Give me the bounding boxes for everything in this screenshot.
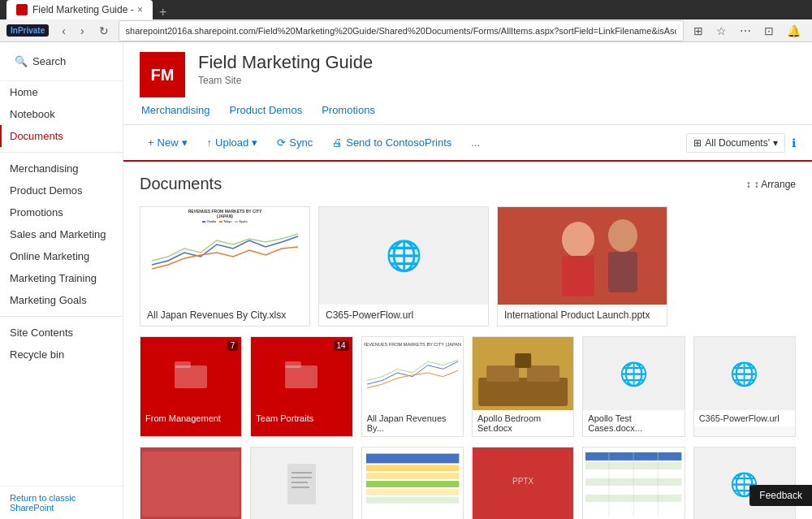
docs-title: Documents bbox=[140, 175, 222, 193]
send-to-button[interactable]: 🖨 Send to ContosoPrints bbox=[324, 132, 460, 154]
address-bar[interactable] bbox=[119, 20, 684, 41]
sidebar-item-label: Home bbox=[10, 86, 38, 98]
all-docs-button[interactable]: ⊞ All Documents' ▾ bbox=[686, 133, 785, 153]
list-item[interactable]: 🌐 Apollo Test Cases.docx... bbox=[582, 336, 685, 437]
info-icon[interactable]: ℹ bbox=[792, 136, 796, 149]
tab-merchandising[interactable]: Merchandising bbox=[140, 97, 212, 124]
search-nav-item[interactable]: 🔍 Search bbox=[6, 49, 116, 74]
card-thumbnail: 🌐 bbox=[583, 337, 684, 410]
subnav: Merchandising Product Demos Promotions bbox=[123, 97, 812, 124]
inprivate-badge: InPrivate bbox=[6, 24, 49, 37]
subnav-container: Merchandising Product Demos Promotions bbox=[123, 97, 812, 125]
sidebar-item-online-marketing[interactable]: Online Marketing bbox=[0, 245, 123, 267]
active-tab[interactable]: Field Marketing Guide - × bbox=[6, 0, 153, 19]
card-thumbnail: 🌐 bbox=[694, 448, 795, 519]
feedback-button[interactable]: Feedback bbox=[749, 485, 812, 506]
sidebar-divider-1 bbox=[0, 152, 123, 153]
list-item[interactable]: International Product Launch.pptx bbox=[497, 206, 667, 327]
new-tab-button[interactable]: + bbox=[153, 5, 173, 19]
sidebar-item-marketing-training[interactable]: Marketing Training bbox=[0, 267, 123, 289]
sidebar-item-marketing-goals[interactable]: Marketing Goals bbox=[0, 289, 123, 311]
grid-icon: ⊞ bbox=[693, 137, 702, 149]
app-container: 🔍 Search Home Notebook Documents Merchan… bbox=[0, 42, 812, 519]
upload-button[interactable]: ↑ Upload ▾ bbox=[199, 132, 266, 154]
refresh-button[interactable]: ↻ bbox=[94, 21, 114, 41]
send-icon: 🖨 bbox=[332, 136, 343, 149]
more-label: ... bbox=[471, 136, 480, 149]
sync-label: Sync bbox=[289, 136, 313, 149]
sidebar-item-home[interactable]: Home bbox=[0, 81, 123, 103]
list-item[interactable]: PPTX CR-327 Product Overvi... bbox=[472, 447, 574, 519]
card-thumbnail: PPTX bbox=[473, 448, 573, 519]
site-logo: FM bbox=[140, 52, 185, 97]
arrange-label: ↕ Arrange bbox=[754, 179, 796, 190]
sidebar-item-site-contents[interactable]: Site Contents bbox=[0, 322, 123, 344]
arrange-icon: ↕ bbox=[746, 179, 751, 190]
list-item[interactable]: 🌐 Framestore-Framesto... bbox=[693, 447, 796, 519]
svg-text:PPTX: PPTX bbox=[512, 477, 533, 486]
sidebar-divider-2 bbox=[0, 316, 123, 317]
reading-view-icon[interactable]: ⊞ bbox=[689, 21, 708, 41]
svg-rect-28 bbox=[366, 489, 459, 495]
tab-close-button[interactable]: × bbox=[137, 4, 143, 15]
sidebar-item-merchandising[interactable]: Merchandising bbox=[0, 158, 123, 179]
svg-rect-21 bbox=[292, 482, 308, 483]
sidebar-item-recycle-bin[interactable]: Recycle bin bbox=[0, 344, 123, 365]
bookmark-icon[interactable]: ☆ bbox=[711, 21, 732, 41]
sidebar-item-label: Merchandising bbox=[10, 162, 79, 175]
card-thumbnail bbox=[473, 337, 573, 410]
new-button[interactable]: + New ▾ bbox=[140, 132, 196, 154]
list-item[interactable]: REVENUES FROM MARKETS BY CITY(JAPAN) Osa… bbox=[140, 206, 310, 327]
notifications-icon[interactable]: 🔔 bbox=[782, 21, 806, 41]
list-item[interactable]: 🌐 C365-PowerFlow.url bbox=[318, 206, 489, 327]
docs-small-row-1: 7 From Management 14 Team bbox=[140, 336, 796, 437]
tab-title: Field Marketing Guide - bbox=[32, 4, 134, 15]
docs-large-row: REVENUES FROM MARKETS BY CITY(JAPAN) Osa… bbox=[140, 206, 796, 327]
globe-icon: 🌐 bbox=[730, 361, 758, 387]
new-dropdown-icon: ▾ bbox=[182, 136, 188, 149]
list-item[interactable]: REVENUES FROM MARKETS BY CITY (JAPAN) Al… bbox=[361, 336, 464, 437]
card-thumbnail bbox=[583, 448, 684, 519]
return-classic-link[interactable]: Return to classic SharePoint bbox=[0, 486, 123, 519]
sync-button[interactable]: ⟳ Sync bbox=[269, 132, 321, 154]
dropdown-icon: ▾ bbox=[773, 137, 778, 149]
forward-button[interactable]: › bbox=[76, 21, 89, 41]
menu-icon[interactable]: ⋯ bbox=[735, 21, 756, 41]
sidebar-item-sales-marketing[interactable]: Sales and Marketing bbox=[0, 223, 123, 245]
new-icon: + bbox=[148, 136, 154, 149]
arrange-button[interactable]: ↕ ↕ Arrange bbox=[746, 179, 796, 190]
card-thumbnail: 14 bbox=[251, 337, 352, 410]
list-item[interactable]: Contoso Product launc... bbox=[140, 447, 242, 519]
sidebar-item-promotions[interactable]: Promotions bbox=[0, 201, 123, 223]
sync-icon: ⟳ bbox=[277, 136, 286, 149]
tab-promotions[interactable]: Promotions bbox=[320, 97, 377, 124]
extensions-icon[interactable]: ⊡ bbox=[759, 21, 779, 41]
card-filename: From Management bbox=[140, 410, 241, 426]
cmd-right: ⊞ All Documents' ▾ ℹ bbox=[686, 133, 796, 153]
docs-small-row-2: Contoso Product launc... bbox=[140, 447, 796, 519]
list-item[interactable]: Contract Proposals.docx... bbox=[361, 447, 464, 519]
list-item[interactable]: 7 From Management bbox=[140, 336, 242, 437]
new-label: New bbox=[158, 136, 179, 149]
back-button[interactable]: ‹ bbox=[57, 21, 71, 41]
card-filename: All Japan Revenues By... bbox=[362, 410, 463, 436]
card-thumbnail bbox=[362, 448, 463, 519]
sidebar-item-label: Sales and Marketing bbox=[10, 228, 106, 240]
list-item[interactable]: Employee Health Associ... bbox=[582, 447, 685, 519]
more-button[interactable]: ... bbox=[463, 132, 488, 154]
sidebar-item-product-demos[interactable]: Product Demos bbox=[0, 179, 123, 201]
card-filename: Apollo Bedroom Set.docx bbox=[473, 410, 573, 436]
card-thumbnail: 🌐 bbox=[694, 337, 795, 410]
list-item[interactable]: 14 Team Portraits bbox=[250, 336, 352, 437]
svg-rect-6 bbox=[175, 361, 191, 368]
svg-rect-29 bbox=[366, 497, 459, 504]
tab-product-demos[interactable]: Product Demos bbox=[228, 97, 304, 124]
sidebar-item-notebook[interactable]: Notebook bbox=[0, 103, 123, 125]
sidebar-item-documents[interactable]: Documents bbox=[0, 125, 123, 147]
svg-rect-19 bbox=[292, 472, 312, 474]
card-thumbnail: REVENUES FROM MARKETS BY CITY(JAPAN) Osa… bbox=[140, 207, 309, 305]
search-icon: 🔍 bbox=[15, 55, 28, 67]
list-item[interactable]: Contoso Purchasing Po... bbox=[250, 447, 352, 519]
list-item[interactable]: 🌐 C365-PowerFlow.url bbox=[693, 336, 796, 437]
list-item[interactable]: Apollo Bedroom Set.docx bbox=[472, 336, 574, 437]
